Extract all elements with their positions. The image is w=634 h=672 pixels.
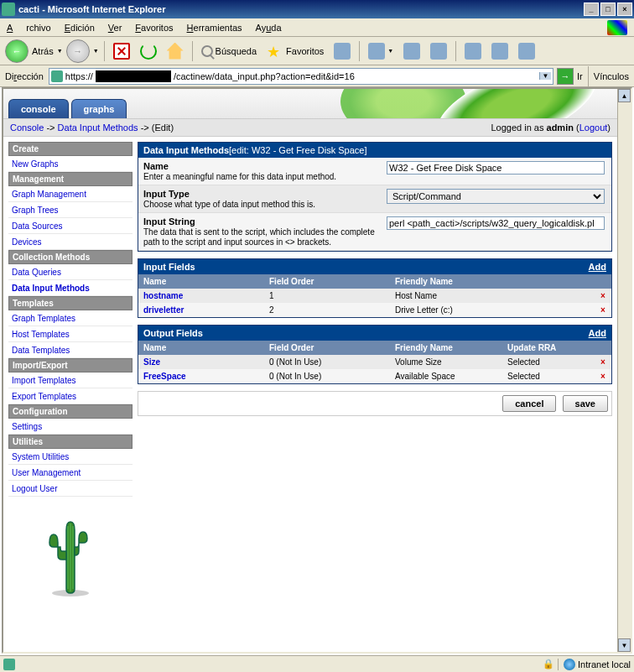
stop-button[interactable] [110, 41, 133, 61]
cancel-button[interactable]: cancel [502, 395, 556, 412]
delete-icon[interactable]: × [595, 303, 611, 317]
breadcrumb-bar: Console -> Data Input Methods -> (Edit) … [3, 119, 617, 137]
menu-ver[interactable]: Ver [108, 23, 122, 33]
forward-button[interactable]: → [66, 39, 90, 63]
home-button[interactable] [164, 41, 187, 61]
sidebar-item[interactable]: Graph Trees [8, 202, 133, 218]
input-string-label: Input String [143, 216, 195, 227]
friendly-name: Available Space [390, 369, 502, 383]
sidebar-item[interactable]: User Management [8, 465, 133, 481]
maximize-button[interactable]: □ [600, 3, 616, 16]
sidebar-item[interactable]: Data Input Methods [8, 280, 133, 296]
menu-herramientas[interactable]: Herramientas [187, 23, 242, 33]
output-field-link[interactable]: FreeSpace [143, 372, 186, 381]
add-input-field-link[interactable]: Add [589, 262, 606, 272]
sidebar-item[interactable]: Graph Templates [8, 310, 133, 326]
sidebar-link[interactable]: Logout User [12, 484, 57, 493]
refresh-button[interactable] [137, 41, 160, 61]
url-dropdown-icon[interactable]: ▼ [539, 72, 551, 80]
sidebar-link[interactable]: New Graphs [12, 159, 59, 169]
history-button[interactable] [330, 41, 354, 61]
save-button[interactable]: save [563, 395, 608, 412]
delete-icon[interactable]: × [595, 289, 611, 303]
scroll-down-icon[interactable]: ▼ [618, 638, 631, 652]
go-button[interactable]: → [557, 68, 574, 85]
output-field-link[interactable]: Size [143, 357, 160, 367]
mail-button[interactable]: ▼ [365, 41, 397, 61]
logged-user: admin [547, 122, 574, 133]
back-button[interactable]: ← [5, 39, 29, 63]
name-label: Name [143, 161, 169, 171]
sidebar-link[interactable]: System Utilities [12, 452, 69, 461]
minimize-button[interactable]: _ [584, 3, 599, 16]
breadcrumb-data-input-methods[interactable]: Data Input Methods [58, 122, 138, 133]
sidebar-link[interactable]: Data Sources [12, 221, 63, 231]
breadcrumb-console[interactable]: Console [10, 122, 44, 133]
delete-icon[interactable]: × [595, 369, 611, 383]
sidebar-link[interactable]: Host Templates [12, 330, 70, 339]
sidebar-item[interactable]: Settings [8, 419, 133, 435]
edit-button[interactable] [427, 41, 450, 61]
messenger-button[interactable] [515, 41, 538, 61]
toolbar-separator [359, 41, 360, 61]
col-header-friendly: Friendly Name [390, 341, 502, 355]
field-order: 0 (Not In Use) [264, 369, 390, 383]
sidebar-link[interactable]: User Management [12, 468, 81, 477]
input-type-select[interactable]: Script/Command [387, 189, 605, 204]
sidebar-link[interactable]: Settings [12, 422, 42, 431]
vertical-scrollbar[interactable]: ▲ ▼ [617, 89, 631, 652]
login-info: Logged in as admin (Logout) [491, 122, 611, 133]
print-button[interactable] [400, 41, 424, 61]
tab-console[interactable]: console [8, 99, 69, 118]
discuss-button[interactable] [461, 41, 485, 61]
input-field-link[interactable]: driveletter [143, 305, 184, 315]
sidebar-item[interactable]: Data Queries [8, 264, 133, 280]
sidebar-link[interactable]: Graph Trees [12, 206, 59, 215]
discuss-icon [465, 43, 481, 60]
sidebar-link[interactable]: Data Input Methods [12, 284, 90, 293]
search-button[interactable]: Búsqueda [198, 44, 261, 59]
sidebar-link[interactable]: Export Templates [12, 392, 76, 401]
name-input[interactable] [387, 161, 605, 175]
sidebar-item[interactable]: Data Sources [8, 218, 133, 234]
back-dropdown-icon[interactable]: ▼ [57, 48, 63, 54]
sidebar-item[interactable]: Import Templates [8, 372, 133, 388]
menu-ayuda[interactable]: Ayuda [256, 23, 282, 33]
sidebar-item[interactable]: Export Templates [8, 388, 133, 404]
menu-archivo[interactable]: Archivo [7, 23, 51, 33]
field-order: 1 [264, 289, 390, 303]
input-field-link[interactable]: hostname [143, 291, 183, 300]
favorites-button[interactable]: ★Favoritos [263, 41, 327, 61]
sidebar-item[interactable]: Data Templates [8, 342, 133, 358]
links-label[interactable]: Vínculos [594, 71, 629, 81]
logout-link[interactable]: Logout [579, 122, 608, 133]
sidebar-link[interactable]: Data Queries [12, 268, 61, 277]
breadcrumb-arrow: -> [141, 122, 152, 133]
input-string-desc: The data that is sent to the script, whi… [143, 227, 375, 247]
menu-edicion[interactable]: Edición [65, 23, 95, 33]
sidebar-link[interactable]: Graph Templates [12, 314, 75, 323]
tab-graphs[interactable]: graphs [71, 99, 127, 118]
input-string-field[interactable] [387, 216, 605, 230]
menu-favoritos[interactable]: Favoritos [135, 23, 173, 33]
sidebar-item[interactable]: Graph Management [8, 186, 133, 202]
sidebar-link[interactable]: Import Templates [12, 376, 76, 385]
forward-dropdown-icon[interactable]: ▼ [93, 48, 99, 54]
sidebar-link[interactable]: Data Templates [12, 346, 70, 355]
close-button[interactable]: × [617, 3, 632, 16]
sidebar-link[interactable]: Devices [12, 237, 42, 247]
url-field[interactable]: https:// /cactinew/data_input.php?action… [49, 68, 553, 85]
sidebar-item[interactable]: Host Templates [8, 326, 133, 342]
table-row: FreeSpace0 (Not In Use)Available SpaceSe… [138, 369, 611, 383]
table-row: hostname1Host Name× [138, 289, 611, 303]
delete-icon[interactable]: × [595, 355, 611, 369]
sidebar-item[interactable]: Devices [8, 234, 133, 250]
sidebar-item[interactable]: New Graphs [8, 156, 133, 172]
research-button[interactable] [488, 41, 512, 61]
add-output-field-link[interactable]: Add [589, 328, 606, 338]
sidebar-link[interactable]: Graph Management [12, 190, 86, 199]
panel-title: Input Fields [143, 262, 195, 272]
scroll-up-icon[interactable]: ▲ [618, 89, 631, 102]
sidebar-item[interactable]: System Utilities [8, 449, 133, 465]
sidebar-item[interactable]: Logout User [8, 481, 133, 497]
